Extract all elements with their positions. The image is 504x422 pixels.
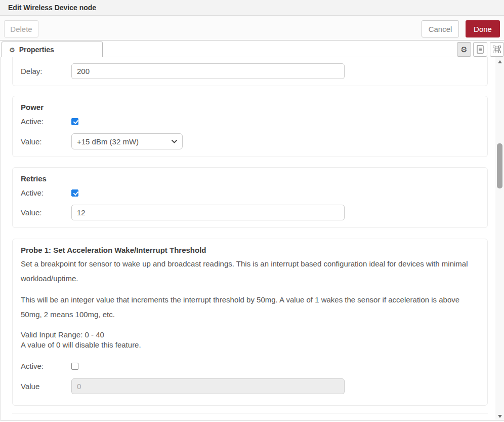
retries-heading: Retries <box>21 174 479 183</box>
tab-properties-label: Properties <box>19 46 54 54</box>
scroll-up-button[interactable] <box>495 57 504 66</box>
probe1-valid-range: Valid Input Range: 0 - 40 <box>21 330 474 340</box>
retries-value-input[interactable] <box>71 205 345 220</box>
probe1-description-1: Set a breakpoint for sensor to wake up a… <box>21 256 474 286</box>
delay-input[interactable] <box>71 63 345 79</box>
properties-gear-button[interactable]: ⚙ <box>457 42 471 57</box>
frame-selection-icon <box>493 46 501 53</box>
done-button[interactable]: Done <box>466 20 500 37</box>
probe1-active-label: Active: <box>21 362 71 370</box>
power-heading: Power <box>21 103 479 112</box>
retries-active-label: Active: <box>21 188 71 197</box>
probe1-heading: Probe 1: Set Acceleration Wake/Interrupt… <box>21 246 479 255</box>
probe1-active-checkbox[interactable] <box>71 363 78 370</box>
power-value-label: Value: <box>21 137 71 146</box>
power-selected-option: +15 dBm (32 mW) <box>77 137 139 146</box>
retries-card: Retries Active: Value: <box>12 167 488 228</box>
dialog-header: Edit Wireless Device node <box>0 0 504 16</box>
chevron-down-icon <box>172 140 177 143</box>
gear-icon: ⚙ <box>460 45 467 54</box>
delete-button[interactable]: Delete <box>4 20 38 37</box>
delay-label: Delay: <box>21 67 71 75</box>
power-active-checkbox[interactable] <box>71 118 78 125</box>
probe1-value-label: Value <box>21 382 71 391</box>
cancel-button[interactable]: Cancel <box>422 20 459 37</box>
scroll-down-button[interactable] <box>495 412 504 420</box>
arrow-up-icon <box>498 60 502 63</box>
edit-node-dialog: Edit Wireless Device node Delete Cancel … <box>0 0 504 422</box>
dialog-title: Edit Wireless Device node <box>8 4 96 12</box>
tab-bar: ⚙ Properties ⚙ <box>0 41 504 57</box>
document-icon <box>477 45 484 54</box>
retries-value-label: Value: <box>21 208 71 217</box>
appearance-button[interactable] <box>490 42 504 57</box>
dialog-toolbar: Delete Cancel Done <box>0 16 504 41</box>
section-divider <box>12 413 488 413</box>
description-button[interactable] <box>473 42 487 57</box>
scrollbar-thumb[interactable] <box>497 143 502 188</box>
delay-card: Delay: <box>12 57 488 86</box>
probe1-card: Probe 1: Set Acceleration Wake/Interrupt… <box>12 239 488 406</box>
power-value-select[interactable]: +15 dBm (32 mW) <box>71 133 183 149</box>
arrow-down-icon <box>498 415 502 418</box>
gear-icon: ⚙ <box>9 47 15 53</box>
retries-active-checkbox[interactable] <box>71 189 78 197</box>
power-active-label: Active: <box>21 117 71 126</box>
power-card: Power Active: Value: +15 dBm (32 mW) <box>12 96 488 157</box>
probe1-disable-note: A value of 0 will disable this feature. <box>21 340 474 350</box>
probe1-value-input[interactable] <box>71 378 345 394</box>
vertical-scrollbar[interactable] <box>495 57 504 420</box>
probe1-description-2: This will be an integer value that incre… <box>21 292 474 322</box>
properties-form-panel: Delay: Power Active: Value: +15 dBm (32 … <box>0 57 504 420</box>
tab-properties[interactable]: ⚙ Properties <box>2 42 103 57</box>
